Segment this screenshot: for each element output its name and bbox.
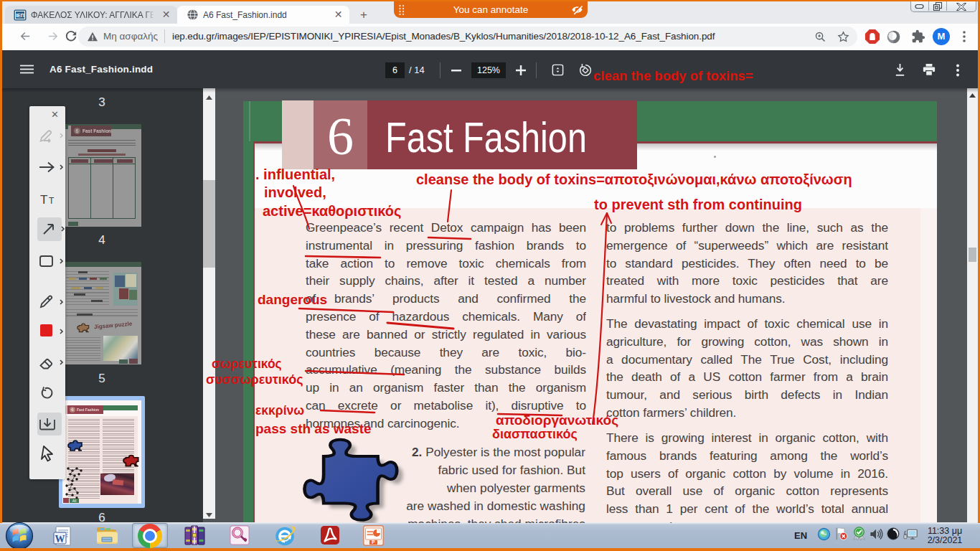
svg-text:W: W bbox=[55, 534, 65, 545]
svg-text:P: P bbox=[372, 540, 375, 545]
